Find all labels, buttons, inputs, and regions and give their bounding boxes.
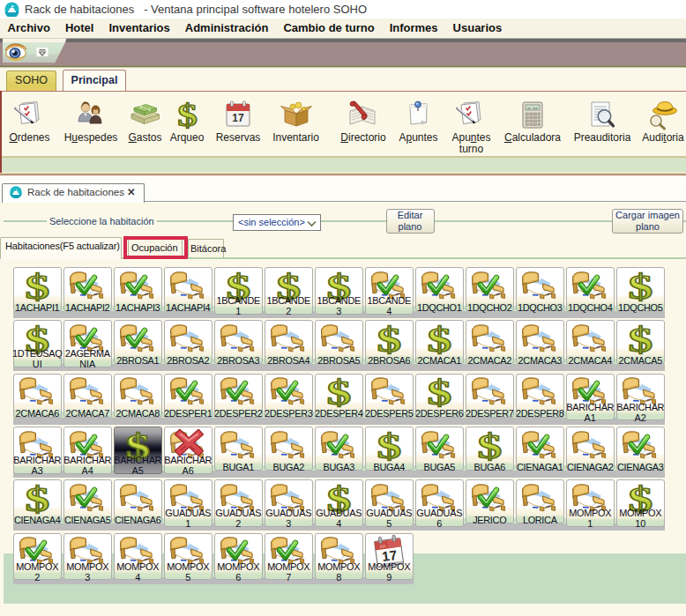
svg-text:$: $ [428, 323, 452, 356]
svg-text:$: $ [478, 429, 503, 463]
svg-text:17: 17 [232, 112, 244, 124]
svg-text:$: $ [327, 375, 352, 409]
svg-text:$: $ [177, 99, 198, 132]
svg-text:$: $ [377, 323, 402, 356]
svg-text:$: $ [629, 323, 653, 356]
svg-text:$: $ [428, 375, 452, 409]
svg-text:$: $ [26, 270, 50, 303]
svg-text:$: $ [26, 482, 50, 516]
svg-text:$: $ [629, 270, 653, 303]
svg-text:$: $ [377, 429, 402, 463]
